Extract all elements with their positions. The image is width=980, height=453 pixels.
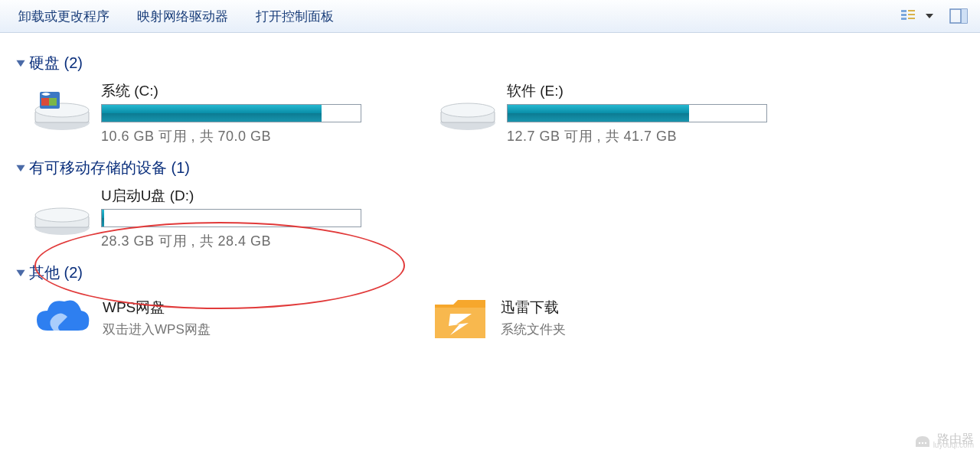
toolbar-open-control-panel[interactable]: 打开控制面板 <box>242 0 348 32</box>
view-options-icon[interactable] <box>896 4 920 28</box>
hard-drive-icon <box>438 87 498 132</box>
capacity-bar <box>101 104 361 122</box>
collapse-arrow-icon <box>15 268 26 279</box>
group-count: (1) <box>172 159 190 177</box>
svg-point-22 <box>922 442 923 444</box>
drive-stats: 10.6 GB 可用 , 共 70.0 GB <box>101 127 384 145</box>
watermark: 路由器 luyouqi.com <box>913 430 974 448</box>
svg-rect-3 <box>908 10 915 11</box>
drive-item-c[interactable]: 系统 (C:) 10.6 GB 可用 , 共 70.0 GB <box>32 81 384 145</box>
group-label: 硬盘 <box>29 53 60 73</box>
collapse-arrow-icon <box>15 163 26 174</box>
other-item-subtitle: 系统文件夹 <box>501 321 566 338</box>
group-count: (2) <box>64 264 83 282</box>
explorer-toolbar: 卸载或更改程序 映射网络驱动器 打开控制面板 <box>0 0 980 33</box>
other-item-name: WPS网盘 <box>103 298 211 318</box>
group-header-hard-disks[interactable]: 硬盘 (2) <box>15 53 966 73</box>
drive-item-e[interactable]: 软件 (E:) 12.7 GB 可用 , 共 41.7 GB <box>438 81 790 145</box>
system-drive-icon <box>32 87 92 132</box>
svg-rect-2 <box>901 18 906 20</box>
group-header-other[interactable]: 其他 (2) <box>15 262 966 283</box>
capacity-bar-fill <box>508 105 689 122</box>
svg-point-17 <box>441 103 495 117</box>
svg-point-21 <box>919 442 920 444</box>
preview-pane-icon[interactable] <box>946 4 971 28</box>
drive-stats: 28.3 GB 可用 , 共 28.4 GB <box>101 232 384 250</box>
group-label: 其他 <box>29 262 60 283</box>
capacity-bar <box>507 104 767 122</box>
other-item-name: 迅雷下载 <box>501 298 566 318</box>
group-count: (2) <box>64 54 83 72</box>
svg-rect-13 <box>41 98 49 106</box>
drive-name: 软件 (E:) <box>507 81 790 101</box>
capacity-bar-fill <box>102 105 322 122</box>
drive-name: 系统 (C:) <box>101 81 384 101</box>
capacity-bar <box>101 209 361 227</box>
toolbar-map-network-drive[interactable]: 映射网络驱动器 <box>123 0 242 32</box>
usb-drive-icon <box>32 192 92 236</box>
xunlei-folder-icon <box>430 291 490 344</box>
other-item-xunlei[interactable]: 迅雷下载 系统文件夹 <box>430 291 767 344</box>
svg-rect-5 <box>908 18 915 19</box>
wps-cloud-icon <box>32 291 92 344</box>
watermark-url: luyouqi.com <box>933 441 974 449</box>
group-header-removable[interactable]: 有可移动存储的设备 (1) <box>15 158 966 178</box>
svg-rect-1 <box>901 14 906 16</box>
group-label: 有可移动存储的设备 <box>29 158 167 178</box>
svg-point-23 <box>925 442 926 444</box>
toolbar-uninstall-programs[interactable]: 卸载或更改程序 <box>5 0 123 32</box>
other-item-wps[interactable]: WPS网盘 双击进入WPS网盘 <box>32 291 369 344</box>
drive-list-pane: 硬盘 (2) 系统 (C:) 10.6 GB 可用 , 共 70.0 GB <box>0 33 980 453</box>
drive-item-d[interactable]: U启动U盘 (D:) 28.3 GB 可用 , 共 28.4 GB <box>32 186 384 250</box>
collapse-arrow-icon <box>15 58 26 69</box>
svg-rect-7 <box>961 9 967 23</box>
other-item-subtitle: 双击进入WPS网盘 <box>103 321 211 338</box>
svg-rect-4 <box>908 14 915 15</box>
view-dropdown-icon[interactable] <box>922 4 937 28</box>
drive-name: U启动U盘 (D:) <box>101 186 384 206</box>
svg-rect-0 <box>901 10 906 12</box>
drive-stats: 12.7 GB 可用 , 共 41.7 GB <box>507 127 790 145</box>
router-icon <box>913 430 933 448</box>
capacity-bar-fill <box>102 210 104 226</box>
svg-rect-14 <box>49 98 57 106</box>
svg-point-20 <box>35 208 89 222</box>
